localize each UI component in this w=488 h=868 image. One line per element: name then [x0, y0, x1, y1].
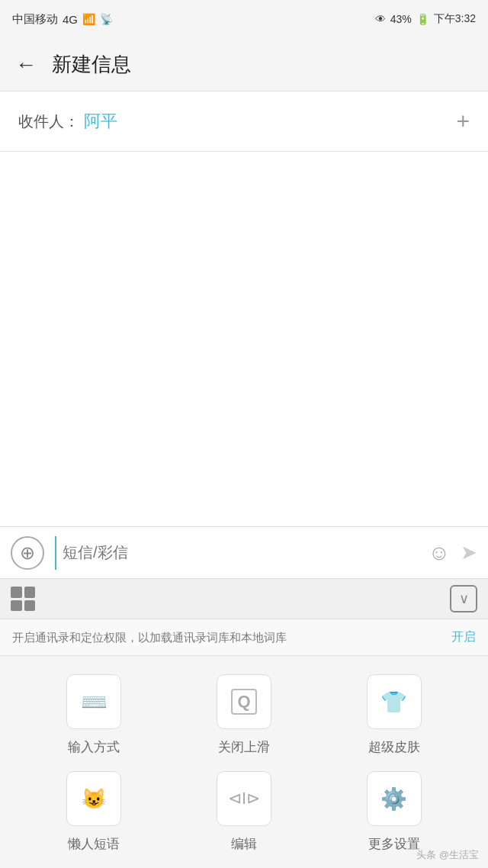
screen: 中国移动 4G 📶 📡 👁 43% 🔋 下午3:32 ← 新建信息 收件人： 阿…: [0, 0, 488, 868]
ime-row-2: 😺 懒人短语 ⊲I⊳ 编辑 ⚙️ 更多设置: [23, 771, 465, 853]
ime-item-super-skin[interactable]: 👕 超级皮肤: [333, 674, 455, 756]
keyboard-icon: ⌨️: [81, 690, 108, 715]
grid-cell-4: [24, 600, 36, 612]
wifi-icon: 📡: [100, 13, 113, 25]
input-method-icon-box: ⌨️: [66, 674, 121, 729]
plus-circle-icon: ⊕: [20, 542, 35, 564]
ime-item-edit[interactable]: ⊲I⊳ 编辑: [183, 771, 305, 853]
emoji-button[interactable]: ☺: [428, 541, 450, 565]
recipient-row: 收件人： 阿平 +: [0, 92, 488, 152]
back-button[interactable]: ←: [15, 53, 37, 77]
lazy-phrase-label: 懒人短语: [68, 835, 120, 853]
grid-cell-3: [11, 600, 22, 612]
recipient-label: 收件人：: [18, 111, 79, 132]
input-toolbar: ⊕ ☺ ➤: [0, 526, 488, 578]
skin-icon: 👕: [380, 690, 407, 715]
edit-label: 编辑: [231, 835, 257, 853]
message-input[interactable]: [55, 536, 417, 570]
chevron-down-icon: ∨: [459, 590, 469, 607]
permission-banner: 开启通讯录和定位权限，以加载通讯录词库和本地词库 开启: [0, 619, 488, 656]
grid-cell-2: [24, 587, 36, 598]
ime-row-1: ⌨️ 输入方式 Q 关闭上滑 👕 超级皮肤: [23, 674, 465, 756]
status-left: 中国移动 4G 📶 📡: [12, 12, 113, 27]
time-text: 下午3:32: [434, 12, 476, 26]
input-method-label: 输入方式: [68, 738, 120, 756]
signal-icon: 📶: [82, 13, 95, 25]
swipe-icon: Q: [231, 689, 256, 715]
recipient-name[interactable]: 阿平: [84, 110, 451, 133]
grid-menu-button[interactable]: [11, 587, 35, 611]
super-skin-label: 超级皮肤: [368, 738, 420, 756]
super-skin-icon-box: 👕: [367, 674, 422, 729]
lazy-phrase-icon-box: 😺: [66, 771, 121, 826]
add-recipient-button[interactable]: +: [456, 108, 470, 134]
send-icon: ➤: [461, 541, 477, 564]
more-settings-icon-box: ⚙️: [367, 771, 422, 826]
ime-panel: ⌨️ 输入方式 Q 关闭上滑 👕 超级皮肤 😺: [0, 656, 488, 868]
grid-cell-1: [11, 587, 22, 598]
ime-item-lazy-phrase[interactable]: 😺 懒人短语: [33, 771, 155, 853]
emoji-icon: ☺: [428, 541, 450, 564]
enable-permission-button[interactable]: 开启: [451, 629, 476, 645]
message-body-area[interactable]: [0, 152, 488, 526]
close-swipe-label: 关闭上滑: [218, 738, 270, 756]
app-bar: ← 新建信息: [0, 38, 488, 92]
add-attachment-button[interactable]: ⊕: [11, 536, 44, 570]
status-bar: 中国移动 4G 📶 📡 👁 43% 🔋 下午3:32: [0, 0, 488, 38]
page-title: 新建信息: [52, 51, 131, 78]
battery-icon: 🔋: [416, 13, 429, 25]
eye-icon: 👁: [375, 13, 386, 25]
send-button[interactable]: ➤: [461, 541, 477, 564]
keyboard-collapse-button[interactable]: ∨: [450, 585, 477, 612]
edit-icon-box: ⊲I⊳: [217, 771, 271, 826]
status-right: 👁 43% 🔋 下午3:32: [375, 12, 476, 26]
permission-text: 开启通讯录和定位权限，以加载通讯录词库和本地词库: [12, 629, 447, 645]
network-type: 4G: [63, 13, 78, 26]
watermark: 头条 @生活宝: [416, 848, 479, 862]
ime-item-close-swipe[interactable]: Q 关闭上滑: [183, 674, 305, 756]
battery-text: 43%: [390, 13, 412, 25]
ime-item-input-method[interactable]: ⌨️ 输入方式: [33, 674, 155, 756]
close-swipe-icon-box: Q: [217, 674, 271, 729]
gear-icon: ⚙️: [380, 786, 407, 812]
keyboard-toolbar: ∨: [0, 578, 488, 619]
cursor-icon: ⊲I⊳: [228, 789, 260, 809]
lazy-icon: 😺: [82, 787, 106, 811]
carrier-text: 中国移动: [12, 12, 58, 27]
ime-item-more-settings[interactable]: ⚙️ 更多设置: [333, 771, 455, 853]
watermark-text: 头条 @生活宝: [416, 849, 479, 860]
more-settings-label: 更多设置: [368, 835, 420, 853]
